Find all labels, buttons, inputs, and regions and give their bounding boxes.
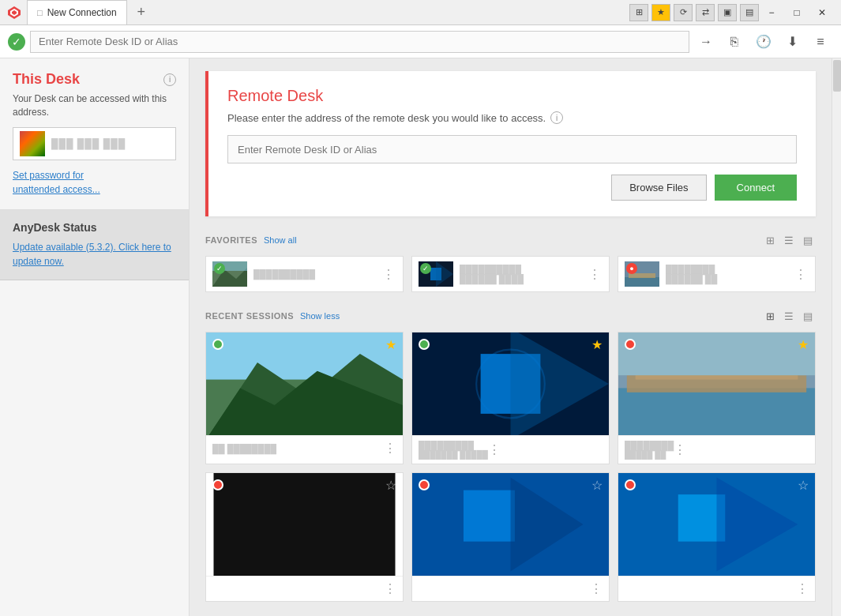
session-item[interactable]: ☆ ⋮ bbox=[205, 472, 404, 602]
favorites-label: FAVORITES bbox=[205, 235, 257, 245]
session-menu-button[interactable]: ⋮ bbox=[590, 581, 603, 596]
session-menu-button[interactable]: ⋮ bbox=[384, 581, 396, 596]
session-status-dot bbox=[625, 339, 636, 350]
recent-sessions-header: RECENT SESSIONS Show less ⊞ ☰ ▤ bbox=[205, 308, 816, 324]
recent-grid-btn[interactable]: ⊞ bbox=[762, 308, 778, 324]
session-thumbnail: ★ bbox=[412, 332, 609, 435]
main-menu-button[interactable]: ≡ bbox=[808, 29, 833, 54]
session-star[interactable]: ☆ bbox=[798, 478, 809, 493]
recent-list-btn[interactable]: ☰ bbox=[781, 308, 797, 324]
tb-icon-5[interactable]: ▣ bbox=[718, 4, 737, 21]
session-star[interactable]: ★ bbox=[385, 337, 396, 352]
main-layout: This Desk i Your Desk can be accessed wi… bbox=[0, 58, 841, 616]
favorite-item[interactable]: ● ████████ ██████ ██ ⋮ bbox=[618, 256, 816, 292]
fav-thumbnail: ✓ bbox=[212, 261, 247, 287]
session-name: █████████ bbox=[419, 441, 488, 450]
this-desk-header: This Desk i bbox=[13, 71, 176, 88]
session-name: ████████ bbox=[625, 441, 674, 450]
session-status-dot bbox=[419, 479, 430, 490]
favorites-view-buttons: ⊞ ☰ ▤ bbox=[762, 232, 816, 248]
session-star[interactable]: ☆ bbox=[385, 478, 396, 493]
fav-status-red: ● bbox=[626, 263, 637, 274]
desk-id-box: ███ ███ ███ bbox=[13, 127, 176, 160]
remote-desk-info-icon[interactable]: i bbox=[550, 111, 563, 124]
tb-icon-6[interactable]: ▤ bbox=[740, 4, 759, 21]
toolbar-right-actions: 🕐 ⬇ ≡ bbox=[751, 29, 833, 54]
session-item[interactable]: ★ ██ ████████ ⋮ bbox=[205, 332, 404, 464]
fav-menu-button[interactable]: ⋮ bbox=[587, 265, 603, 284]
view-compact-button[interactable]: ▤ bbox=[800, 232, 816, 248]
this-desk-title: This Desk bbox=[13, 71, 80, 88]
connect-button[interactable]: Connect bbox=[715, 175, 797, 201]
fav-thumbnail: ✓ bbox=[419, 261, 453, 287]
session-item[interactable]: ☆ ⋮ bbox=[411, 472, 610, 602]
set-password-link[interactable]: Set password forunattended access... bbox=[13, 170, 100, 195]
tb-icon-2[interactable]: ★ bbox=[651, 4, 670, 21]
session-menu-button[interactable]: ⋮ bbox=[488, 442, 501, 457]
svg-rect-10 bbox=[625, 277, 659, 287]
fav-menu-button[interactable]: ⋮ bbox=[793, 265, 809, 284]
tb-icon-4[interactable]: ⇄ bbox=[696, 4, 715, 21]
new-tab-button[interactable]: + bbox=[130, 2, 152, 24]
recent-sessions-show-link[interactable]: Show less bbox=[300, 311, 340, 321]
session-thumbnail: ★ bbox=[618, 332, 815, 435]
recent-compact-btn[interactable]: ▤ bbox=[800, 308, 816, 324]
session-footer: ████████ █████ ██ ⋮ bbox=[618, 435, 815, 464]
desk-thumbnail bbox=[20, 131, 45, 156]
remote-id-input[interactable] bbox=[30, 31, 689, 53]
tb-icon-1[interactable]: ⊞ bbox=[629, 4, 648, 21]
view-grid-button[interactable]: ⊞ bbox=[762, 232, 778, 248]
update-link[interactable]: Update available (5.3.2). Click here to … bbox=[13, 242, 171, 267]
session-status-dot bbox=[212, 339, 223, 350]
browse-files-button[interactable]: Browse Files bbox=[611, 175, 706, 201]
session-star[interactable]: ★ bbox=[591, 337, 603, 352]
session-item[interactable]: ★ ████████ █████ ██ ⋮ bbox=[618, 332, 816, 464]
fav-menu-button[interactable]: ⋮ bbox=[381, 265, 396, 284]
remote-desk-buttons: Browse Files Connect bbox=[227, 175, 797, 201]
fav-subname: ██████ ██ bbox=[666, 274, 793, 284]
fav-info: ████████ ██████ ██ bbox=[666, 265, 793, 284]
tb-icon-3[interactable]: ⟳ bbox=[674, 4, 693, 21]
session-item[interactable]: ☆ ⋮ bbox=[618, 472, 816, 602]
session-menu-button[interactable]: ⋮ bbox=[384, 441, 396, 456]
favorite-item[interactable]: ✓ ██████████ ⋮ bbox=[205, 256, 404, 292]
this-desk-description: Your Desk can be accessed with this addr… bbox=[13, 92, 176, 119]
favorites-show-all-link[interactable]: Show all bbox=[264, 235, 297, 245]
close-button[interactable]: ✕ bbox=[809, 0, 835, 25]
session-star[interactable]: ★ bbox=[798, 337, 809, 352]
address-book-button[interactable]: ⎘ bbox=[723, 31, 746, 53]
fav-status-green: ✓ bbox=[214, 263, 225, 274]
session-menu-button[interactable]: ⋮ bbox=[674, 442, 686, 457]
tab-window-icon: □ bbox=[37, 8, 43, 17]
fav-name: ████████ bbox=[666, 265, 793, 274]
favorites-header: FAVORITES Show all ⊞ ☰ ▤ bbox=[205, 232, 816, 248]
session-footer: ██ ████████ ⋮ bbox=[206, 435, 403, 460]
svg-rect-21 bbox=[618, 388, 815, 435]
favorites-grid: ✓ ██████████ ⋮ ✓ █████████ bbox=[205, 256, 816, 292]
fav-name: ██████████ bbox=[253, 269, 381, 279]
recent-sessions-grid: ★ ██ ████████ ⋮ ★ bbox=[205, 332, 816, 602]
scrollbar[interactable] bbox=[832, 58, 841, 616]
restore-button[interactable]: □ bbox=[784, 0, 809, 25]
desk-id-text: ███ ███ ███ bbox=[51, 138, 126, 149]
download-button[interactable]: ⬇ bbox=[779, 29, 805, 54]
session-footer: ⋮ bbox=[206, 576, 403, 601]
session-thumbnail: ☆ bbox=[206, 473, 403, 576]
this-desk-section: This Desk i Your Desk can be accessed wi… bbox=[0, 58, 189, 210]
this-desk-info-icon[interactable]: i bbox=[163, 73, 176, 86]
session-star[interactable]: ☆ bbox=[591, 478, 603, 493]
tab-label: New Connection bbox=[47, 7, 117, 18]
status-title: AnyDesk Status bbox=[13, 221, 176, 234]
connect-arrow-button[interactable]: → bbox=[694, 31, 718, 53]
session-footer: █████████ ███████ █████ ⋮ bbox=[412, 435, 609, 464]
history-button[interactable]: 🕐 bbox=[751, 29, 776, 54]
session-menu-button[interactable]: ⋮ bbox=[796, 581, 809, 596]
current-tab[interactable]: □ New Connection bbox=[27, 0, 127, 24]
fav-status-green: ✓ bbox=[420, 263, 431, 274]
remote-desk-id-input[interactable] bbox=[227, 135, 797, 163]
favorite-item[interactable]: ✓ ██████████ ██████ ████ ⋮ bbox=[411, 256, 610, 292]
minimize-button[interactable]: − bbox=[759, 0, 784, 25]
toolbar-icons: ⊞ ★ ⟳ ⇄ ▣ ▤ bbox=[629, 4, 759, 21]
view-list-button[interactable]: ☰ bbox=[781, 232, 797, 248]
session-item[interactable]: ★ █████████ ███████ █████ ⋮ bbox=[411, 332, 610, 464]
